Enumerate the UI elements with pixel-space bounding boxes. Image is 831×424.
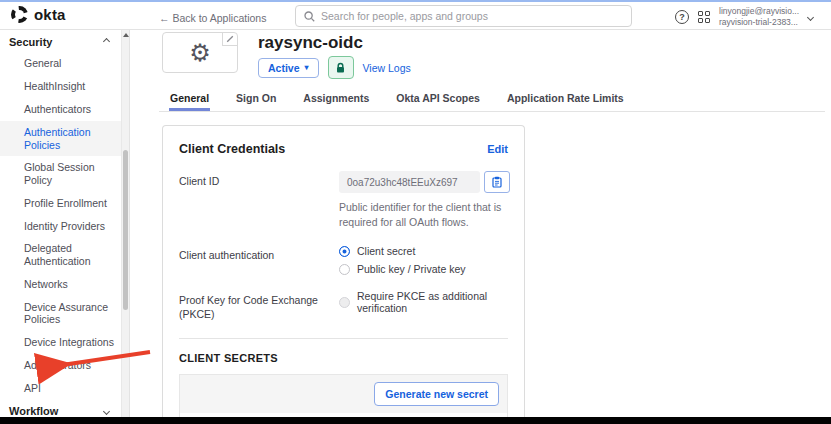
- sidebar-item-authentication-policies[interactable]: Authentication Policies: [0, 121, 121, 156]
- tab-okta-api-scopes[interactable]: Okta API Scopes: [395, 88, 481, 111]
- sidebar-item-device-integrations[interactable]: Device Integrations: [0, 331, 121, 354]
- edit-credentials-link[interactable]: Edit: [487, 143, 508, 155]
- client-secrets-title: CLIENT SECRETS: [179, 352, 508, 364]
- edit-logo-button[interactable]: [222, 33, 237, 46]
- app-status-dropdown[interactable]: Active▾: [258, 58, 319, 78]
- pkce-row: Proof Key for Code Exchange (PKCE) Requi…: [179, 290, 508, 321]
- pkce-option[interactable]: Require PKCE as additional verification: [339, 290, 508, 314]
- federation-lock-button[interactable]: [328, 56, 354, 79]
- public-private-key-option[interactable]: Public key / Private key: [339, 263, 508, 275]
- top-header: okta ? linyongjie@rayvisio... rayvision-…: [0, 2, 831, 30]
- clipboard-icon: [492, 176, 502, 188]
- app-actions: Active▾ View Logs: [258, 56, 411, 79]
- help-icon[interactable]: ?: [675, 10, 689, 24]
- client-credentials-card: Client Credentials Edit Client ID 0oa72u…: [162, 125, 525, 424]
- sidebar-item-profile-enrollment[interactable]: Profile Enrollment: [0, 191, 121, 214]
- section-divider: [179, 338, 508, 339]
- sidebar-item-api[interactable]: API: [0, 377, 121, 400]
- client-id-value: 0oa72u3hc48tEEuXz697: [339, 171, 480, 193]
- account-menu[interactable]: linyongjie@rayvisio... rayvision-trial-2…: [719, 6, 799, 27]
- back-to-applications-link[interactable]: ← Back to Applications: [159, 12, 266, 24]
- sidebar-item-healthinsight[interactable]: HealthInsight: [0, 75, 121, 98]
- sidebar-section-workflow[interactable]: Workflow: [0, 400, 121, 417]
- sidebar-item-delegated-authentication[interactable]: Delegated Authentication: [0, 237, 121, 272]
- tab-application-rate-limits[interactable]: Application Rate Limits: [506, 88, 625, 111]
- app-title: raysync-oidc: [258, 33, 363, 53]
- security-chevron-up-icon: [103, 38, 110, 45]
- header-right-cluster: ? linyongjie@rayvisio... rayvision-trial…: [675, 4, 813, 30]
- client-secrets-toolbar: Generate new secret: [180, 375, 507, 413]
- account-email: linyongjie@rayvisio...: [719, 6, 799, 17]
- client-id-row: Client ID 0oa72u3hc48tEEuXz697 Public id…: [179, 171, 508, 230]
- lock-icon: [335, 62, 346, 74]
- client-authentication-label: Client authentication: [179, 245, 339, 281]
- sidebar-scrollbar[interactable]: [121, 30, 130, 417]
- sidebar-workflow-label: Workflow: [9, 405, 58, 417]
- app-logo-box: ⚙: [162, 32, 238, 73]
- sidebar-item-networks[interactable]: Networks: [0, 273, 121, 296]
- global-search[interactable]: [295, 5, 632, 27]
- view-logs-link[interactable]: View Logs: [363, 62, 411, 74]
- generate-new-secret-button[interactable]: Generate new secret: [374, 382, 499, 406]
- radio-selected-icon[interactable]: [339, 246, 350, 257]
- pkce-checkbox[interactable]: [339, 297, 350, 308]
- client-secret-option[interactable]: Client secret: [339, 245, 508, 257]
- tab-assignments[interactable]: Assignments: [302, 88, 370, 111]
- tab-general[interactable]: General: [169, 88, 210, 111]
- sidebar-security-label: Security: [9, 36, 52, 48]
- back-arrow-icon: ←: [159, 12, 172, 24]
- client-id-label: Client ID: [179, 171, 339, 230]
- client-authentication-row: Client authentication Client secret Publ…: [179, 245, 508, 281]
- okta-logo-text: okta: [34, 6, 66, 23]
- window-bottom-bar: [0, 417, 831, 424]
- search-input[interactable]: [321, 10, 623, 22]
- workflow-chevron-down-icon: [103, 408, 110, 415]
- okta-logo-icon: [11, 6, 28, 23]
- copy-client-id-button[interactable]: [484, 171, 510, 193]
- sidebar-item-device-assurance-policies[interactable]: Device Assurance Policies: [0, 296, 121, 331]
- caret-down-icon: ▾: [305, 63, 309, 72]
- client-credentials-title: Client Credentials: [179, 142, 285, 156]
- sidebar-section-security[interactable]: Security: [0, 30, 121, 52]
- sidebar-item-administrators[interactable]: Administrators: [0, 354, 121, 377]
- account-org: rayvision-trial-2383...: [719, 17, 799, 28]
- okta-admin-window: okta ? linyongjie@rayvisio... rayvision-…: [0, 0, 831, 424]
- sidebar-item-general[interactable]: General: [0, 52, 121, 75]
- client-id-help-text: Public identifier for the client that is…: [339, 200, 521, 230]
- pencil-icon: [226, 35, 234, 43]
- search-icon: [304, 11, 315, 22]
- sidebar-item-identity-providers[interactable]: Identity Providers: [0, 214, 121, 237]
- okta-logo[interactable]: okta: [11, 6, 66, 23]
- pkce-label: Proof Key for Code Exchange (PKCE): [179, 290, 339, 321]
- sidebar-nav: Security General HealthInsight Authentic…: [0, 30, 121, 417]
- scrollbar-up-arrow[interactable]: [123, 33, 129, 37]
- sidebar-item-authenticators[interactable]: Authenticators: [0, 98, 121, 121]
- apps-grid-icon[interactable]: [698, 11, 710, 23]
- radio-unselected-icon[interactable]: [339, 264, 350, 275]
- sidebar-item-global-session-policy[interactable]: Global Session Policy: [0, 156, 121, 191]
- account-chevron-down-icon[interactable]: [807, 13, 814, 20]
- app-tabs: General Sign On Assignments Okta API Sco…: [159, 88, 825, 112]
- scrollbar-thumb[interactable]: [123, 150, 128, 310]
- app-logo-gear-icon: ⚙: [189, 41, 211, 65]
- tab-sign-on[interactable]: Sign On: [235, 88, 277, 111]
